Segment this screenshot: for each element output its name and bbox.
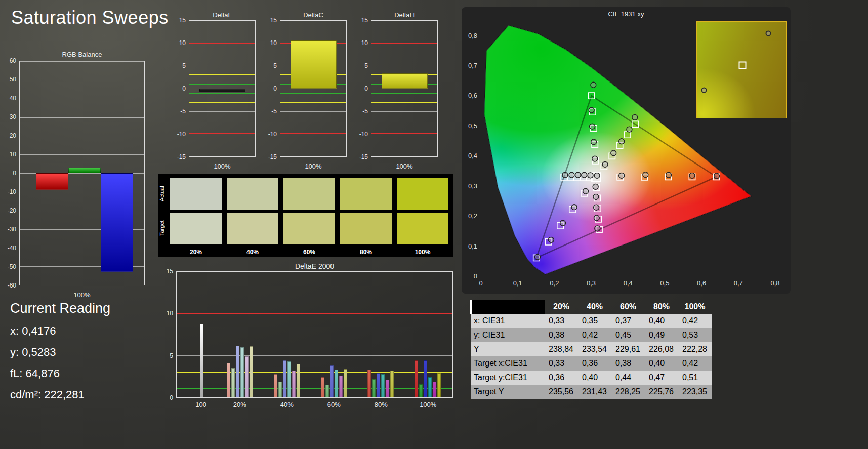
measured-marker bbox=[627, 127, 632, 132]
current-reading-title: Current Reading bbox=[10, 301, 110, 316]
delta-y-axis: 151050-5-10-15 bbox=[264, 20, 279, 157]
y-tick-label: 5 bbox=[273, 62, 277, 69]
measured-marker bbox=[582, 172, 587, 178]
y-tick-label: 5 bbox=[170, 352, 173, 359]
swatch-row-label: Target bbox=[159, 213, 167, 244]
gridline bbox=[280, 111, 346, 112]
table-col-header: 60% bbox=[611, 300, 645, 314]
delta-bar bbox=[382, 73, 428, 89]
table-cell: 0,51 bbox=[678, 371, 712, 385]
actual-swatch bbox=[227, 178, 278, 210]
reference-line bbox=[280, 93, 346, 94]
table-row: Y238,84233,54229,61226,08222,28 bbox=[471, 342, 712, 356]
gridline bbox=[20, 136, 144, 136]
deltae-2000-chart: DeltaE 2000 151050 10020%40%60%80%100% bbox=[161, 262, 454, 410]
y-tick-label: -20 bbox=[8, 207, 16, 214]
cie-zoom-inset bbox=[696, 21, 787, 118]
table-cell: 0,36 bbox=[545, 371, 578, 385]
deltae-bar bbox=[372, 379, 376, 397]
delta-plot-area bbox=[280, 20, 347, 157]
delta-bar bbox=[291, 40, 337, 89]
y-tick-label: 50 bbox=[10, 76, 16, 83]
table-cell: 0,36 bbox=[578, 356, 611, 371]
measured-marker bbox=[589, 107, 594, 113]
table-cell: 235,56 bbox=[545, 385, 578, 399]
measured-marker bbox=[548, 237, 554, 242]
deltae-bar bbox=[283, 360, 286, 397]
y-tick-label: 15 bbox=[167, 268, 173, 275]
measured-marker bbox=[535, 254, 541, 260]
measured-marker bbox=[591, 82, 596, 88]
x-tick-label: 80% bbox=[375, 401, 388, 409]
table-header: 20%40%60%80%100% bbox=[471, 300, 712, 314]
table-cell: 228,25 bbox=[611, 385, 645, 399]
x-tick-label: 0 bbox=[479, 279, 482, 287]
rgb-balance-x-label: 100% bbox=[19, 291, 145, 299]
inset-target-marker bbox=[738, 61, 746, 69]
x-tick-label: 0,5 bbox=[660, 279, 669, 287]
reference-line bbox=[371, 102, 437, 103]
y-tick-label: 0,7 bbox=[468, 62, 477, 69]
gridline bbox=[177, 355, 452, 356]
x-tick-label: 20% bbox=[233, 401, 246, 409]
deltae-bar bbox=[227, 363, 230, 397]
table-cell: 238,84 bbox=[545, 342, 578, 356]
y-tick-label: 10 bbox=[10, 151, 16, 158]
reading-y: y: 0,5283 bbox=[10, 346, 110, 359]
actual-swatch bbox=[170, 178, 222, 210]
deltae-bar bbox=[236, 346, 239, 398]
table-col-header: 20% bbox=[545, 300, 578, 314]
measured-marker bbox=[583, 188, 589, 194]
table-cell: 0,35 bbox=[578, 314, 611, 328]
swatch-col-label: 40% bbox=[237, 249, 268, 256]
reading-cdm2: cd/m²: 222,281 bbox=[10, 388, 110, 401]
table-col-header: 100% bbox=[678, 300, 712, 314]
measured-marker bbox=[575, 172, 581, 178]
measured-marker bbox=[714, 173, 720, 179]
table-row-label: Target x:CIE31 bbox=[471, 356, 545, 371]
actual-swatch bbox=[397, 178, 448, 210]
deltae-bar bbox=[377, 373, 380, 397]
table-cell: 0,38 bbox=[545, 328, 578, 342]
gridline bbox=[20, 154, 144, 155]
y-tick-label: -30 bbox=[8, 226, 16, 233]
x-tick-label: 40% bbox=[280, 401, 294, 409]
y-tick-label: -40 bbox=[8, 244, 16, 252]
y-tick-label: 0 bbox=[170, 394, 173, 401]
reference-line bbox=[177, 372, 452, 373]
delta-chart-title: DeltaH bbox=[371, 11, 438, 19]
deltae-bar bbox=[330, 365, 334, 397]
table-cell: 0,47 bbox=[645, 371, 678, 385]
table-cell: 231,43 bbox=[578, 385, 611, 399]
measured-marker bbox=[594, 173, 600, 178]
gridline bbox=[20, 285, 144, 285]
y-tick-label: 0,4 bbox=[468, 152, 477, 159]
rgb-balance-chart: RGB Balance 6050403020100-10-20-30-40-50… bbox=[2, 51, 146, 300]
reference-line bbox=[177, 388, 452, 389]
measured-marker bbox=[619, 173, 625, 178]
table-row-label: Target y:CIE31 bbox=[471, 371, 545, 385]
delta-x-label: 100% bbox=[189, 162, 256, 170]
deltae-bar bbox=[335, 370, 338, 397]
actual-swatch bbox=[340, 178, 392, 210]
x-tick-label: 100% bbox=[420, 401, 436, 409]
deltae-bar bbox=[325, 385, 329, 397]
gridline bbox=[280, 89, 346, 89]
deltae-bar bbox=[245, 356, 249, 397]
inset-measured-marker bbox=[701, 87, 707, 93]
deltae-bar bbox=[274, 374, 277, 397]
table-header-row: 20%40%60%80%100% bbox=[471, 300, 712, 314]
table-cell: 0,40 bbox=[578, 371, 611, 385]
measured-marker bbox=[595, 226, 600, 231]
page-title: Saturation Sweeps bbox=[11, 7, 169, 28]
x-tick-label: 0,8 bbox=[770, 279, 779, 287]
table-row-label: Y bbox=[471, 342, 545, 356]
gridline bbox=[20, 80, 144, 80]
y-tick-label: 30 bbox=[10, 113, 16, 120]
y-tick-label: 40 bbox=[10, 95, 16, 102]
measured-marker bbox=[611, 150, 616, 156]
y-tick-label: -15 bbox=[359, 153, 368, 160]
deltae-x-axis: 10020%40%60%80%100% bbox=[176, 401, 453, 409]
y-tick-label: 10 bbox=[270, 39, 277, 47]
delta-y-axis: 151050-5-10-15 bbox=[355, 20, 370, 157]
